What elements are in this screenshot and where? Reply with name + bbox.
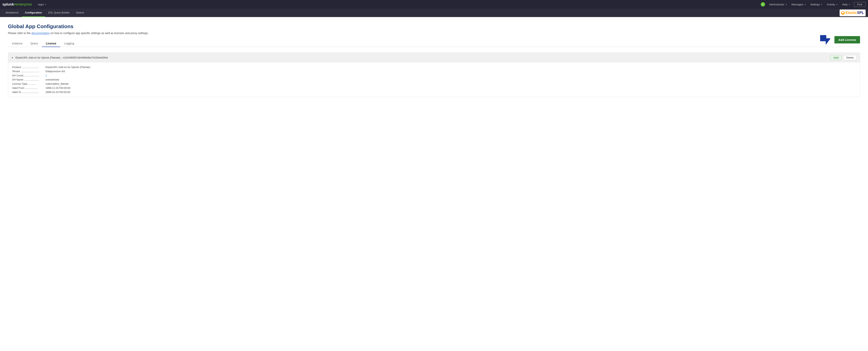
nav-search[interactable]: Search	[73, 9, 87, 17]
field-label-tenant: Tenant ..........................	[12, 70, 44, 73]
field-value-product: ElasticSPL Add-on for Splunk (Flatrate)	[45, 66, 856, 69]
nav-workbench[interactable]: Workbench	[2, 9, 22, 17]
license-header-left: ▼ ElasticSPL Add-on for Splunk (Flatrate…	[11, 56, 107, 59]
splunk-logo[interactable]: splunk>enterprise	[2, 2, 32, 6]
help-menu[interactable]: Help ▾	[840, 0, 852, 9]
settings-menu[interactable]: Settings ▾	[808, 0, 825, 9]
spl-text: SPL	[857, 11, 864, 15]
license-entry: ▼ ElasticSPL Add-on for Splunk (Flatrate…	[8, 52, 860, 97]
license-header: ▼ ElasticSPL Add-on for Splunk (Flatrate…	[8, 53, 860, 63]
top-navbar: splunk>enterprise Apps ▾ Administrator ▾…	[0, 0, 868, 9]
valid-button[interactable]: Valid	[830, 55, 842, 60]
apps-menu[interactable]: Apps ▾	[36, 0, 49, 9]
elasticspl-logo: ElasticSPL	[840, 9, 866, 16]
secondary-navbar: Workbench Configuration DSL Query Builde…	[0, 9, 868, 17]
field-label-valid-from: Valid From .................	[12, 86, 44, 90]
splunk-enterprise-text: enterprise	[16, 2, 32, 6]
field-value-license-type: subscription_flatrate	[45, 82, 856, 85]
elastic-text: Elastic	[845, 11, 857, 15]
add-license-area: Add License	[819, 34, 860, 45]
nav-configuration[interactable]: Configuration	[22, 9, 45, 17]
field-label-product: Product ........................	[12, 66, 44, 69]
field-label-valid-to: Valid To ........................	[12, 91, 44, 94]
tab-logging[interactable]: Logging	[60, 40, 78, 47]
field-value-sh-name: unrestricted	[45, 78, 856, 81]
activity-menu[interactable]: Activity ▾	[825, 0, 840, 9]
field-value-tenant: Datapunctum AG	[45, 70, 856, 73]
administrator-menu[interactable]: Administrator ▾	[767, 0, 789, 9]
apps-chevron-icon: ▾	[45, 3, 46, 5]
settings-chevron-icon: ▾	[821, 3, 822, 5]
tab-query[interactable]: Query	[26, 40, 42, 47]
page-description: Please refer to the documentation on how…	[8, 32, 860, 35]
license-header-right: Valid Delete	[830, 55, 857, 60]
admin-chevron-icon: ▾	[786, 3, 787, 5]
splunk-gt: >	[14, 2, 16, 6]
messages-chevron-icon: ▾	[805, 3, 806, 5]
messages-menu[interactable]: Messages ▾	[789, 0, 808, 9]
collapse-icon[interactable]: ▼	[11, 57, 13, 59]
documentation-link[interactable]: documentation	[31, 32, 50, 35]
field-label-license-type: License Type ..........	[12, 82, 44, 85]
license-title: ElasticSPL Add-on for Splunk (Flatrate) …	[16, 56, 107, 59]
page-title: Global App Configurations	[8, 24, 860, 30]
nav-dsl-query-builder[interactable]: DSL Query Builder	[45, 9, 73, 17]
tab-instance[interactable]: Instance	[8, 40, 26, 47]
top-nav-right: Administrator ▾ Messages ▾ Settings ▾ Ac…	[761, 0, 866, 9]
splunk-text: splunk	[2, 2, 14, 6]
main-content: Global App Configurations Please refer t…	[0, 17, 868, 103]
license-details: Product ........................ Elastic…	[8, 63, 860, 97]
delete-button[interactable]: Delete	[843, 55, 857, 60]
arrow-down-right-icon	[819, 34, 831, 45]
field-value-valid-to: 2999-01-01T00:00:00	[45, 91, 856, 94]
svg-marker-1	[820, 35, 831, 45]
help-chevron-icon: ▾	[849, 3, 850, 5]
status-indicator	[761, 2, 765, 6]
field-label-sh-count: SH Count .....................	[12, 74, 44, 77]
field-value-sh-count: 1	[45, 74, 856, 77]
activity-chevron-icon: ▾	[836, 3, 837, 5]
tab-license[interactable]: License	[42, 40, 60, 47]
field-value-valid-from: 1999-11-01T00:00:00	[45, 86, 856, 90]
config-tabs: Instance Query License Logging Add Licen…	[8, 40, 860, 47]
add-license-button[interactable]: Add License	[834, 36, 860, 43]
find-button[interactable]: Find	[854, 2, 866, 7]
field-label-sh-name: SH Name .....................	[12, 78, 44, 81]
